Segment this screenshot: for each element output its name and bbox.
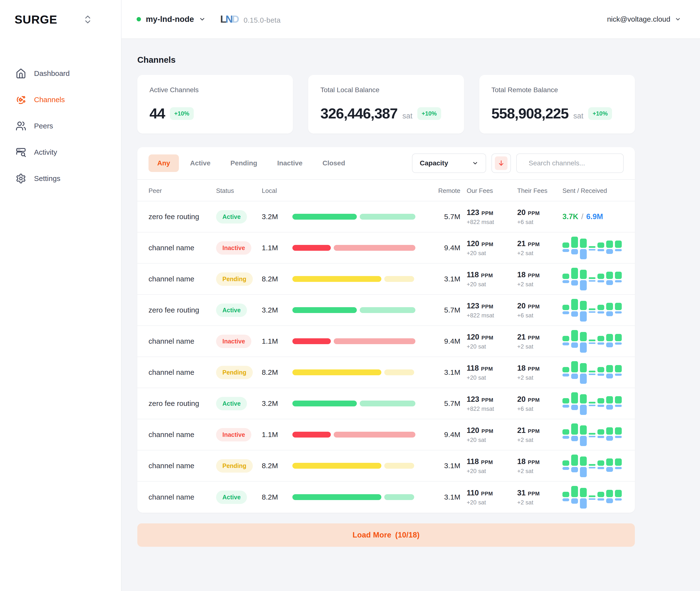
their-fees-value: 21 [517,239,526,248]
sparkline-received-bars [562,498,623,509]
table-row[interactable]: channel nameInactive1.1M9.4M120PPM+20 sa… [137,419,635,450]
table-row[interactable]: channel nameInactive1.1M9.4M120PPM+20 sa… [137,233,635,264]
sidebar-item-channels[interactable]: Channels [0,88,121,111]
sidebar-item-settings[interactable]: Settings [0,167,121,190]
remote-balance: 5.7M [436,306,460,314]
their-fees-base-fee: +6 sat [517,312,556,319]
sparkline-bar-down [615,498,622,501]
table-row[interactable]: zero fee routingActive3.2M5.7M123PPM+822… [137,201,635,233]
peer-name: channel name [149,275,210,283]
table-row[interactable]: zero fee routingActive3.2M5.7M123PPM+822… [137,295,635,326]
remote-bar-segment [334,432,415,438]
sparkline-bar-down [571,342,578,348]
our-fees-cell: 118PPM+20 sat [467,364,511,381]
their-fees-value-row: 31PPM [517,488,556,498]
balance-bar [292,401,430,406]
table-row[interactable]: zero fee routingActive3.2M5.7M123PPM+822… [137,388,635,419]
local-bar-segment [292,214,357,220]
logo-row: SURGE [0,0,121,39]
sparkline-bar-down [606,249,613,254]
status-badge: Pending [216,459,253,472]
status-cell: Inactive [216,428,255,442]
table-row[interactable]: channel namePending8.2M3.1M118PPM+20 sat… [137,450,635,481]
their-fees-value: 18 [517,457,526,466]
sparkline-bar-down [598,405,604,407]
node-selector[interactable]: my-lnd-node [137,15,206,24]
our-fees-cell: 123PPM+822 msat [467,208,511,225]
sparkline-bar-up [615,396,622,403]
sparkline-received-bars [562,374,623,384]
tab-any[interactable]: Any [149,154,179,172]
sort-direction-button[interactable] [491,153,511,173]
remote-bar-segment [334,338,415,344]
sidebar: SURGE DashboardChannelsPeersActivitySett… [0,0,122,591]
tab-active[interactable]: Active [181,154,219,172]
workspace-switcher-icon[interactable] [84,15,92,24]
local-balance: 1.1M [262,337,286,345]
sparkline-bar-down [562,249,569,252]
peer-name: channel name [149,431,210,439]
sparkline-bar-up [598,274,604,279]
sparkline-bar-down [615,405,622,407]
sparkline-bar-down [580,405,587,415]
sparkline-bar-down [562,342,569,345]
their-fees-unit: PPM [528,335,540,341]
their-fees-value-row: 21PPM [517,426,556,435]
main-content: Channels Active Channels44+10%Total Loca… [122,39,700,591]
our-fees-unit: PPM [481,459,493,465]
our-fees-cell: 120PPM+20 sat [467,239,511,257]
sparkline-bar-down [580,280,587,290]
sparkline-bar-up [606,272,613,279]
sparkline-bar-down [571,374,578,379]
balance-bar [292,463,430,469]
sparkline-bar-down [598,342,604,345]
their-fees-cell: 18PPM+2 sat [517,457,556,474]
account-menu[interactable]: nick@voltage.cloud [607,15,681,23]
sparkline-bar-up [571,361,578,372]
table-row[interactable]: channel nameActive8.2M3.1M110PPM+20 sat3… [137,481,635,513]
load-more-button[interactable]: Load More (10/18) [137,523,635,547]
balance-bar [292,494,430,500]
sidebar-item-dashboard[interactable]: Dashboard [0,62,121,85]
tab-pending[interactable]: Pending [222,154,266,172]
their-fees-base-fee: +2 sat [517,343,556,350]
local-balance: 8.2M [262,462,286,470]
sparkline-bar-down [571,280,578,285]
traffic-sparkline [562,423,623,447]
sparkline-bar-up [589,339,596,341]
table-row[interactable]: channel namePending8.2M3.1M118PPM+20 sat… [137,357,635,388]
node-online-dot [137,17,141,21]
search-input[interactable] [529,159,616,167]
our-fees-base-fee: +20 sat [467,499,511,506]
status-cell: Pending [216,366,255,379]
local-bar-segment [292,494,381,500]
load-more-count: (10/18) [395,531,419,539]
sparkline-bar-up [589,464,596,466]
sparkline-bar-down [598,311,604,314]
status-cell: Active [216,490,255,504]
table-row[interactable]: channel namePending8.2M3.1M118PPM+20 sat… [137,264,635,295]
balance-bar [292,307,430,313]
sparkline-bar-up [598,429,604,435]
sidebar-item-activity[interactable]: Activity [0,141,121,164]
tab-closed[interactable]: Closed [314,154,354,172]
their-fees-base-fee: +2 sat [517,250,556,257]
sparkline-bar-up [589,308,596,310]
sparkline-bar-down [562,436,569,439]
sparkline-bar-down [598,249,604,251]
sparkline-sent-bars [562,236,623,248]
their-fees-value-row: 18PPM [517,457,556,466]
sidebar-item-peers[interactable]: Peers [0,114,121,138]
sort-by-select[interactable]: Capacity [412,153,486,173]
sparkline-bar-up [580,394,587,403]
column-header-our-fees: Our Fees [467,187,511,195]
sparkline-bar-down [606,498,613,503]
sparkline-bar-up [615,365,622,372]
tab-inactive[interactable]: Inactive [268,154,311,172]
their-fees-unit: PPM [528,304,540,310]
our-fees-value-row: 120PPM [467,239,511,248]
column-header-sent-received: Sent / Received [562,187,624,195]
sparkline-bar-up [580,363,587,372]
table-row[interactable]: channel nameInactive1.1M9.4M120PPM+20 sa… [137,326,635,357]
their-fees-unit: PPM [528,241,540,248]
